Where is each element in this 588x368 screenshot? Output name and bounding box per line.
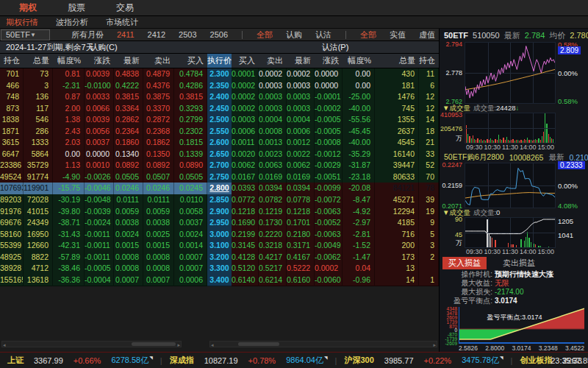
call-section-title: 认购(C) [90,43,117,52]
cell: 0.0008 [143,252,174,264]
cell: 0.0059 [143,206,174,219]
option-row-2.550[interactable]: 18712862.430.00560.23640.23680.23022.550… [0,126,439,138]
filter-item[interactable]: 认沽 [315,29,331,40]
option-row-3.000[interactable]: 5816016950-31.43-0.00110.00240.00250.002… [0,229,439,241]
column-header[interactable]: 卖出 [259,54,287,68]
strike-cell[interactable]: 2.900 [207,206,232,219]
option-row-2.400[interactable]: 7481360.870.00330.38150.38750.38152.4000… [0,91,439,103]
strike-cell[interactable]: 2.350 [207,80,232,93]
y-tick: 2.794 [445,40,462,48]
column-header[interactable]: 卖出 [143,54,174,68]
option-row-2.750[interactable]: 4952491774-4.90-0.00260.05050.05070.0505… [0,171,439,183]
cell: 0.4167 [287,252,315,264]
strike-cell[interactable]: 2.800 [207,183,232,195]
option-row-3.200[interactable]: 489258822-57.89-0.00110.00080.00080.0007… [0,252,439,263]
filter-item[interactable]: 实值 [390,29,406,40]
scroll-left-icon[interactable]: ◂ [3,342,6,348]
column-header[interactable]: 幅度% [53,54,85,68]
strike-cell[interactable]: 2.550 [207,126,232,138]
scrollbar-thumb[interactable] [238,342,279,346]
submenu-option-quotes[interactable]: 期权行情 [6,17,38,28]
cell: 0.0002 [287,68,315,81]
submenu-vix-analysis[interactable]: 波指分析 [56,17,88,28]
column-header[interactable]: 总量 [24,54,53,68]
column-header[interactable]: 幅度% [343,54,375,68]
month-filter[interactable]: 2412 [148,30,165,39]
strike-cell[interactable]: 2.850 [207,194,232,207]
option-row-2.650[interactable]: 664758640.000.00000.13400.13500.13392.65… [0,149,439,160]
column-header[interactable]: 涨跌 [85,54,114,68]
instrument-select[interactable]: 50ETF ▼ [1,29,50,40]
pnl-info-value: -2174.00 [495,288,523,297]
strike-cell[interactable]: 2.650 [207,149,232,161]
menu-tab-stocks[interactable]: 股票 [68,1,85,14]
strike-cell[interactable]: 3.200 [207,252,232,264]
filter-item[interactable]: 认购 [286,29,302,40]
column-header[interactable]: 买入 [232,54,259,68]
months-label[interactable]: 所有月份 [71,29,104,40]
option-row-2.850[interactable]: 8920372028-30.19-0.00480.01110.01110.011… [0,194,439,206]
column-header[interactable]: 持仓 [419,54,439,68]
column-header[interactable]: 总量 [375,54,419,68]
cell: 155165 [0,275,24,287]
cell: 5 [419,229,439,241]
index-quote-上证[interactable]: 上证3367.99+0.66%6278.58亿◥ [7,355,153,366]
strike-cell[interactable]: 2.450 [207,103,232,116]
cell: 0.0007 [174,263,207,275]
scroll-left-icon[interactable]: ◂ [211,342,214,348]
scroll-right-icon[interactable]: ▸ [433,342,436,348]
tab-sell-pnl[interactable]: 卖出损益 [497,257,541,269]
strike-cell[interactable]: 3.000 [207,229,232,241]
strike-cell[interactable]: 3.100 [207,240,232,252]
option-row-2.300[interactable]: 701730.810.00390.48380.48790.47842.3000.… [0,68,439,80]
column-header[interactable]: 最新 [114,54,143,68]
strike-cell[interactable]: 2.950 [207,217,232,230]
strike-cell[interactable]: 2.300 [207,68,232,81]
submenu-market-stats[interactable]: 市场统计 [106,17,138,28]
index-quote-沪深300[interactable]: 沪深3003985.77+0.22%3475.78亿◥ [344,355,503,366]
strike-cell[interactable]: 2.400 [207,91,232,104]
month-filter[interactable]: 2506 [210,30,228,39]
index-quote-深成指[interactable]: 深成指10827.19+0.78%9864.04亿◥ [170,355,328,366]
option-row-2.600[interactable]: 361513332.030.00370.18600.18620.18152.60… [0,137,439,149]
option-row-3.100[interactable]: 5539912660-42.31-0.00110.00150.00150.001… [0,240,439,252]
option-row-2.700[interactable]: 23386357291.130.00100.08920.08920.08902.… [0,160,439,171]
option-row-2.800[interactable]: 107693119901-15.75-0.00460.02460.02460.0… [0,183,439,194]
filter-item[interactable]: 全部 [257,29,273,40]
column-header[interactable]: 最新 [287,54,315,68]
column-header[interactable]: 持仓 [0,54,24,68]
strike-cell[interactable]: 2.600 [207,137,232,149]
option-row-2.500[interactable]: 18385461.380.00390.28620.28720.27992.500… [0,114,439,126]
column-header[interactable]: 涨跌 [315,54,343,68]
filter-item[interactable]: 全部 [360,29,376,40]
cell: 14 [419,114,439,127]
menu-tab-options[interactable]: 期权 [19,1,37,14]
strike-cell[interactable]: 2.750 [207,171,232,184]
strike-cell[interactable]: 3.300 [207,263,232,275]
option-row-2.450[interactable]: 8731172.000.00660.33640.33700.32932.4500… [0,103,439,115]
menu-tab-trade[interactable]: 交易 [116,1,134,14]
cell: 0.4838 [114,68,143,81]
cell: 4545 [375,137,419,149]
volume-value: 0 [496,208,500,216]
scroll-right-icon[interactable]: ▸ [177,342,180,348]
scrollbar-thumb[interactable] [132,342,176,346]
option-row-3.300[interactable]: 389284712-38.46-0.00050.00080.00080.0007… [0,263,439,275]
column-header[interactable]: 买入 [174,54,207,68]
column-header[interactable]: 执行价 [207,54,232,68]
filter-item[interactable]: 虚值 [419,29,435,40]
tab-buy-pnl[interactable]: 买入损益 [442,257,487,269]
avg-label: 均价 [549,30,565,41]
strike-cell[interactable]: 2.500 [207,114,232,127]
month-filter[interactable]: 2411 [117,30,135,39]
strike-cell[interactable]: 3.400 [207,275,232,287]
option-row-3.400[interactable]: 15516513618-36.36-0.00040.00070.00070.00… [0,275,439,286]
strike-cell[interactable]: 2.700 [207,160,232,172]
cell: 12 [419,103,439,116]
scrollbar-track-left[interactable]: ◂ ▸ [1,341,182,347]
option-row-2.900[interactable]: 9197641015-39.80-0.00390.00590.00590.005… [0,206,439,218]
option-row-2.950[interactable]: 6967624349-38.71-0.00240.00380.00380.003… [0,217,439,229]
option-row-2.350[interactable]: 4663-2.31-0.01000.42220.43760.42862.3500… [0,80,439,92]
scrollbar-track-right[interactable]: ◂ ▸ [209,341,437,347]
month-filter[interactable]: 2503 [179,30,196,39]
